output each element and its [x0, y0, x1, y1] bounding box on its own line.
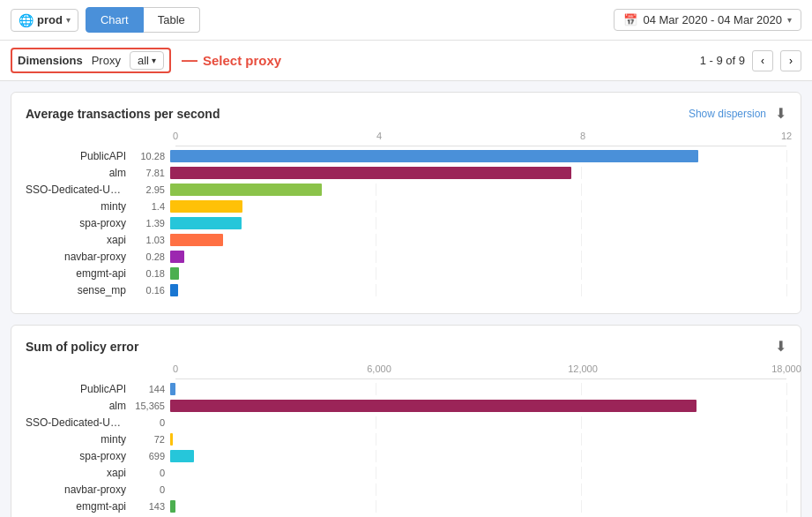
view-tabs: Chart Table [86, 7, 200, 33]
bar-label: alm [26, 167, 131, 179]
bar [170, 251, 184, 263]
select-proxy-hint: — Select proxy [182, 51, 281, 70]
chart-title: Average transactions per second [26, 107, 220, 121]
bar-label: alm [26, 400, 131, 412]
chart-title: Sum of policy error [26, 340, 138, 354]
bar-label: xapi [26, 234, 131, 246]
bar-value: 0.18 [131, 268, 170, 279]
bar-container [170, 251, 786, 263]
chart-panel-sum-policy-error: Sum of policy error⬇06,00012,00018,000Pu… [11, 325, 801, 517]
chart-header: Average transactions per secondShow disp… [26, 105, 786, 122]
bar-value: 0.28 [131, 251, 170, 262]
bar-label: emgmt-api [26, 267, 131, 280]
chart-actions: Show dispersion⬇ [689, 105, 786, 122]
main-content: Average transactions per secondShow disp… [0, 81, 812, 517]
bar [170, 150, 698, 162]
bar-label: spa-proxy [26, 450, 131, 462]
bar-container [170, 450, 786, 462]
bar-container [170, 234, 786, 246]
bar-row: spa-proxy699 [26, 450, 786, 462]
bar [170, 200, 242, 213]
bar-label: sense_mp [26, 284, 131, 296]
bar [170, 284, 178, 296]
bar-row: xapi0 [26, 467, 786, 479]
bar-label: xapi [26, 467, 131, 479]
bar-label: minty [26, 433, 131, 446]
bar-container [170, 467, 786, 479]
bar-container [170, 383, 786, 395]
tab-table[interactable]: Table [144, 7, 200, 33]
bar-value: 0.16 [131, 285, 170, 296]
bar [170, 167, 571, 179]
filter-bar: Dimensions Proxy all ▾ — Select proxy 1 … [0, 41, 812, 81]
show-dispersion-button[interactable]: Show dispersion [689, 108, 766, 120]
download-button[interactable]: ⬇ [775, 105, 786, 122]
bar-row: emgmt-api143 [26, 500, 786, 513]
bar [170, 450, 194, 462]
bar-value: 0 [131, 468, 170, 478]
hint-text: Select proxy [203, 53, 281, 68]
bar-container [170, 433, 786, 446]
bar-label: PublicAPI [26, 383, 131, 395]
bar [170, 500, 175, 513]
env-selector[interactable]: 🌐 prod ▾ [11, 9, 78, 32]
bar-container [170, 184, 786, 196]
download-button[interactable]: ⬇ [775, 338, 786, 355]
bar-value: 0 [131, 484, 170, 495]
bar-value: 1.39 [131, 218, 170, 229]
bar [170, 184, 322, 196]
bar-row: PublicAPI10.28 [26, 150, 786, 162]
all-chevron-icon: ▾ [152, 56, 156, 65]
bar [170, 267, 179, 280]
bar-value: 1.4 [131, 201, 170, 212]
bar [170, 234, 223, 246]
pagination-text: 1 - 9 of 9 [700, 54, 745, 67]
date-range-selector[interactable]: 📅 04 Mar 2020 - 04 Mar 2020 ▾ [614, 9, 801, 31]
bar-container [170, 267, 786, 280]
bar-container [170, 483, 786, 496]
bar-container [170, 167, 786, 179]
bar-label: emgmt-api [26, 500, 131, 513]
pagination: 1 - 9 of 9 ‹ › [700, 50, 801, 71]
bar-value: 144 [131, 384, 170, 394]
bar-row: xapi1.03 [26, 234, 786, 246]
bar [170, 383, 175, 395]
arrow-icon: — [182, 51, 197, 70]
dimensions-section: Dimensions Proxy all ▾ [11, 48, 171, 73]
prev-page-button[interactable]: ‹ [752, 50, 773, 71]
bar-row: minty1.4 [26, 200, 786, 213]
bar-label: navbar-proxy [26, 483, 131, 496]
chart-actions: ⬇ [775, 338, 786, 355]
proxy-label: Proxy [92, 54, 121, 67]
env-chevron-icon: ▾ [66, 15, 71, 25]
bar-container [170, 416, 786, 429]
bar-chart: 04812PublicAPI10.28alm7.81SSO-Dedicated-… [26, 131, 786, 296]
bar-value: 143 [131, 501, 170, 512]
bar-label: spa-proxy [26, 217, 131, 229]
bar-row: emgmt-api0.18 [26, 267, 786, 280]
next-page-button[interactable]: › [780, 50, 801, 71]
bar-row: PublicAPI144 [26, 383, 786, 395]
bar-value: 0 [131, 417, 170, 428]
tab-chart[interactable]: Chart [86, 7, 144, 33]
calendar-icon: 📅 [623, 13, 637, 26]
bar-value: 15,365 [131, 401, 170, 411]
top-bar: 🌐 prod ▾ Chart Table 📅 04 Mar 2020 - 04 … [0, 0, 812, 41]
bar-value: 10.28 [131, 151, 170, 161]
bar-row: alm7.81 [26, 167, 786, 179]
date-chevron-icon: ▾ [787, 15, 792, 25]
bar-container [170, 284, 786, 296]
all-label: all [138, 54, 149, 67]
bar [170, 433, 173, 446]
all-selector[interactable]: all ▾ [130, 51, 164, 70]
chart-panel-avg-tps: Average transactions per secondShow disp… [11, 92, 801, 314]
globe-icon: 🌐 [19, 13, 34, 27]
bar-row: minty72 [26, 433, 786, 446]
bar-row: alm15,365 [26, 400, 786, 412]
dimensions-label: Dimensions [18, 54, 83, 67]
bar-container [170, 400, 786, 412]
bar-label: SSO-Dedicated-UG-Pr... [26, 416, 131, 429]
bar-chart: 06,00012,00018,000PublicAPI144alm15,365S… [26, 363, 786, 517]
bar [170, 400, 697, 412]
bar-row: sense_mp0.16 [26, 284, 786, 296]
